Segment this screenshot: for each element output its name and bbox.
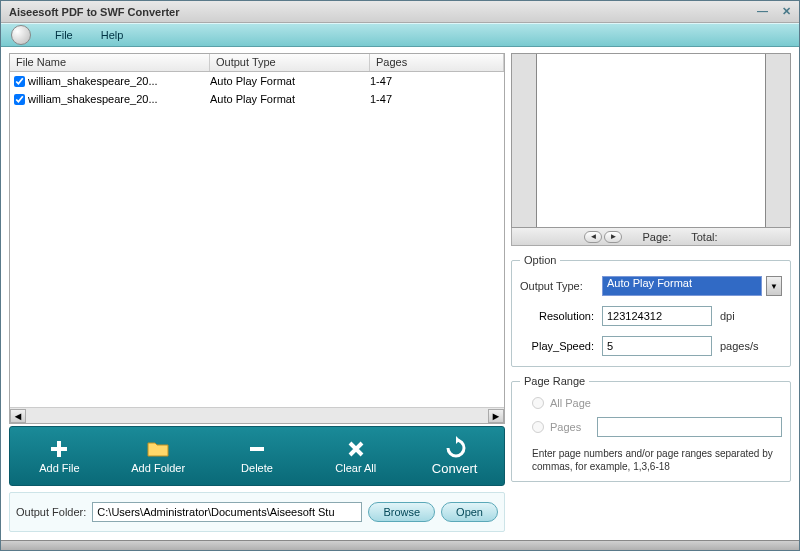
output-folder-input[interactable] (92, 502, 362, 522)
cell-filename: william_shakespeare_20... (28, 75, 158, 87)
output-type-select[interactable]: Auto Play Format (602, 276, 762, 296)
folder-icon (147, 438, 169, 460)
clear-all-label: Clear All (335, 462, 376, 474)
all-page-label: All Page (550, 397, 591, 409)
minus-icon (246, 438, 268, 460)
output-type-label: Output Type: (520, 280, 598, 292)
window-controls: — ✕ (757, 5, 791, 18)
file-list-table: File Name Output Type Pages william_shak… (9, 53, 505, 424)
minimize-button[interactable]: — (757, 5, 768, 18)
app-window: Aiseesoft PDF to SWF Converter — ✕ File … (0, 0, 800, 551)
option-legend: Option (520, 254, 560, 266)
page-range-legend: Page Range (520, 375, 589, 387)
play-speed-input[interactable] (602, 336, 712, 356)
table-row[interactable]: william_shakespeare_20... Auto Play Form… (10, 90, 504, 108)
cell-outputtype: Auto Play Format (210, 75, 370, 87)
preview-pane (511, 53, 791, 228)
resolution-label: Resolution: (520, 310, 598, 322)
browse-button[interactable]: Browse (368, 502, 435, 522)
pages-radio[interactable] (532, 421, 544, 433)
cell-pages: 1-47 (370, 93, 504, 105)
table-body: william_shakespeare_20... Auto Play Form… (10, 72, 504, 407)
delete-button[interactable]: Delete (208, 438, 307, 474)
output-folder-label: Output Folder: (16, 506, 86, 518)
right-column: ◄ ► Page: Total: Option Output Type: Aut… (511, 53, 791, 532)
preview-margin-left (512, 54, 536, 227)
cell-outputtype: Auto Play Format (210, 93, 370, 105)
clear-all-button[interactable]: Clear All (306, 438, 405, 474)
row-checkbox[interactable] (14, 76, 25, 87)
pages-input[interactable] (597, 417, 782, 437)
add-file-label: Add File (39, 462, 79, 474)
col-header-filename[interactable]: File Name (10, 54, 210, 71)
cell-pages: 1-47 (370, 75, 504, 87)
add-folder-button[interactable]: Add Folder (109, 438, 208, 474)
prev-page-button[interactable]: ◄ (584, 231, 602, 243)
play-speed-unit: pages/s (720, 340, 759, 352)
close-button[interactable]: ✕ (782, 5, 791, 18)
all-page-radio[interactable] (532, 397, 544, 409)
dropdown-arrow-icon[interactable]: ▼ (766, 276, 782, 296)
app-title: Aiseesoft PDF to SWF Converter (9, 6, 757, 18)
page-range-group: Page Range All Page Pages Enter page num… (511, 375, 791, 482)
open-button[interactable]: Open (441, 502, 498, 522)
menubar: File Help (1, 23, 799, 47)
x-icon (345, 438, 367, 460)
page-label: Page: (642, 231, 671, 243)
preview-navbar: ◄ ► Page: Total: (511, 228, 791, 246)
action-toolbar: Add File Add Folder Delete Clear All Con… (9, 426, 505, 486)
svg-rect-2 (250, 447, 264, 451)
table-row[interactable]: william_shakespeare_20... Auto Play Form… (10, 72, 504, 90)
col-header-outputtype[interactable]: Output Type (210, 54, 370, 71)
scroll-right-icon[interactable]: ► (488, 409, 504, 423)
preview-page (536, 54, 766, 227)
titlebar: Aiseesoft PDF to SWF Converter — ✕ (1, 1, 799, 23)
convert-button[interactable]: Convert (405, 437, 504, 476)
row-checkbox[interactable] (14, 94, 25, 105)
pages-label: Pages (550, 421, 581, 433)
main-content: File Name Output Type Pages william_shak… (1, 47, 799, 540)
page-range-hint: Enter page numbers and/or page ranges se… (520, 445, 782, 473)
option-group: Option Output Type: Auto Play Format ▼ R… (511, 254, 791, 367)
total-label: Total: (691, 231, 717, 243)
play-speed-label: Play_Speed: (520, 340, 598, 352)
menu-file[interactable]: File (41, 29, 87, 41)
left-column: File Name Output Type Pages william_shak… (9, 53, 505, 532)
add-folder-label: Add Folder (131, 462, 185, 474)
horizontal-scrollbar[interactable]: ◄ ► (10, 407, 504, 423)
cell-filename: william_shakespeare_20... (28, 93, 158, 105)
menubar-container: File Help (1, 23, 799, 47)
status-bar (1, 540, 799, 550)
resolution-input[interactable] (602, 306, 712, 326)
preview-margin-right (766, 54, 790, 227)
table-header: File Name Output Type Pages (10, 54, 504, 72)
app-logo-icon (11, 25, 31, 45)
next-page-button[interactable]: ► (604, 231, 622, 243)
resolution-unit: dpi (720, 310, 735, 322)
svg-rect-1 (51, 447, 67, 451)
col-header-pages[interactable]: Pages (370, 54, 504, 71)
delete-label: Delete (241, 462, 273, 474)
add-file-button[interactable]: Add File (10, 438, 109, 474)
refresh-icon (444, 437, 466, 459)
convert-label: Convert (432, 461, 478, 476)
output-folder-row: Output Folder: Browse Open (9, 492, 505, 532)
scroll-left-icon[interactable]: ◄ (10, 409, 26, 423)
plus-icon (48, 438, 70, 460)
menu-help[interactable]: Help (87, 29, 138, 41)
